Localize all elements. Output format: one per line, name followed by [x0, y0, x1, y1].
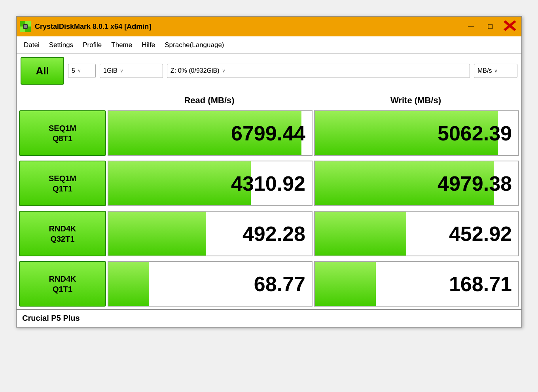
window-controls: — ☐ ✕: [462, 19, 518, 34]
size-dropdown[interactable]: 1GiB ∨: [100, 64, 163, 78]
read-bar-2: [108, 212, 206, 256]
maximize-button[interactable]: ☐: [481, 19, 499, 34]
drive-value: Z: 0% (0/932GiB): [170, 67, 220, 74]
title-left: CrystalDiskMark 8.0.1 x64 [Admin]: [20, 21, 151, 32]
menu-theme[interactable]: Theme: [107, 40, 136, 51]
table-row: RND4KQ32T1 492.28 452.92: [19, 211, 519, 256]
menu-hilfe[interactable]: Hilfe: [138, 40, 159, 51]
drive-arrow: ∨: [222, 68, 225, 74]
read-value-2: 492.28: [242, 222, 305, 246]
menu-profile[interactable]: Profile: [79, 40, 106, 51]
header-empty: [19, 91, 106, 110]
drive-dropdown[interactable]: Z: 0% (0/932GiB) ∨: [167, 64, 470, 78]
main-window: CrystalDiskMark 8.0.1 x64 [Admin] — ☐ ✕ …: [16, 16, 522, 328]
write-cell-1: 4979.38: [314, 161, 519, 206]
close-icon: ✕: [501, 18, 517, 35]
unit-dropdown[interactable]: MB/s ∨: [474, 64, 517, 78]
unit-arrow: ∨: [494, 68, 498, 74]
device-name: Crucial P5 Plus: [22, 314, 80, 322]
write-cell-3: 168.71: [314, 261, 519, 307]
write-value-3: 168.71: [449, 272, 512, 296]
table-row: SEQ1MQ1T1 4310.92 4979.38: [19, 161, 519, 206]
read-cell-0: 6799.44: [108, 110, 313, 156]
all-button[interactable]: All: [21, 57, 64, 85]
row-label-1: SEQ1MQ1T1: [19, 161, 106, 206]
table-row: SEQ1MQ8T1 6799.44 5062.39: [19, 110, 519, 156]
unit-value: MB/s: [477, 67, 492, 74]
footer: Crucial P5 Plus: [17, 309, 521, 327]
svg-rect-5: [24, 25, 27, 28]
row-label-3: RND4KQ1T1: [19, 261, 106, 307]
read-cell-3: 68.77: [108, 261, 313, 307]
table-header: Read (MB/s) Write (MB/s): [19, 91, 519, 110]
count-value: 5: [72, 67, 75, 74]
size-value: 1GiB: [103, 67, 117, 74]
menu-datei[interactable]: Datei: [20, 40, 44, 51]
main-content: Read (MB/s) Write (MB/s) SEQ1MQ8T1 6799.…: [17, 88, 521, 309]
read-value-1: 4310.92: [231, 172, 305, 195]
count-arrow: ∨: [78, 68, 81, 74]
write-bar-2: [315, 212, 406, 256]
write-value-0: 5062.39: [438, 121, 512, 145]
count-dropdown[interactable]: 5 ∨: [68, 64, 96, 78]
table-row: RND4KQ1T1 68.77 168.71: [19, 261, 519, 307]
minimize-button[interactable]: —: [462, 19, 480, 34]
app-icon: [20, 21, 31, 32]
write-value-1: 4979.38: [438, 172, 512, 195]
read-bar-3: [108, 262, 149, 306]
close-button[interactable]: ✕: [500, 19, 518, 34]
size-arrow: ∨: [120, 68, 123, 74]
write-cell-0: 5062.39: [314, 110, 519, 156]
menu-language[interactable]: Sprache(Language): [161, 40, 228, 51]
row-label-0: SEQ1MQ8T1: [19, 110, 106, 156]
write-bar-3: [315, 262, 376, 306]
header-write: Write (MB/s): [313, 91, 519, 110]
read-cell-2: 492.28: [108, 211, 313, 256]
read-value-0: 6799.44: [231, 121, 305, 145]
read-bar-1: [108, 161, 251, 205]
toolbar: All 5 ∨ 1GiB ∨ Z: 0% (0/932GiB) ∨ MB/s ∨: [17, 54, 521, 88]
read-value-3: 68.77: [254, 272, 305, 296]
data-rows: SEQ1MQ8T1 6799.44 5062.39 SEQ1MQ1T1 4310…: [19, 110, 519, 307]
menu-settings[interactable]: Settings: [45, 40, 77, 51]
write-value-2: 452.92: [449, 222, 512, 246]
write-cell-2: 452.92: [314, 211, 519, 256]
title-bar: CrystalDiskMark 8.0.1 x64 [Admin] — ☐ ✕: [17, 17, 521, 36]
row-label-2: RND4KQ32T1: [19, 211, 106, 256]
header-read: Read (MB/s): [106, 91, 313, 110]
read-cell-1: 4310.92: [108, 161, 313, 206]
window-title: CrystalDiskMark 8.0.1 x64 [Admin]: [35, 23, 151, 31]
menu-bar: Datei Settings Profile Theme Hilfe Sprac…: [17, 36, 521, 54]
